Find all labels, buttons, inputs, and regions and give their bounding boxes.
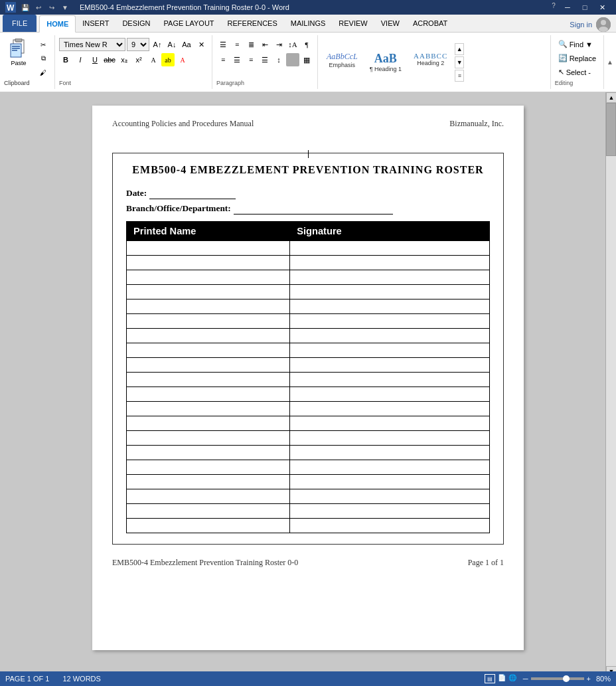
increase-font-button[interactable]: A↑ [151, 38, 164, 51]
paste-button[interactable]: Paste [4, 38, 33, 67]
underline-button[interactable]: U [88, 53, 102, 66]
name-cell[interactable] [127, 489, 290, 504]
signature-cell[interactable] [290, 285, 490, 300]
signature-cell[interactable] [290, 460, 490, 475]
borders-button[interactable]: ▦ [300, 53, 313, 66]
increase-indent-button[interactable]: ⇥ [272, 38, 285, 51]
name-cell[interactable] [127, 373, 290, 387]
font-family-select[interactable]: Times New R [59, 38, 125, 51]
save-icon[interactable]: 💾 [20, 2, 31, 13]
text-effects-button[interactable]: A [147, 53, 160, 66]
bullets-button[interactable]: ☰ [216, 38, 230, 51]
name-cell[interactable] [127, 402, 290, 416]
undo-icon[interactable]: ↩ [33, 2, 44, 13]
style-emphasis[interactable]: AaBbCcL Emphasis [322, 50, 362, 74]
name-cell[interactable] [127, 431, 290, 446]
numbering-button[interactable]: ≡ [230, 38, 244, 51]
signature-cell[interactable] [290, 256, 490, 270]
close-button[interactable]: ✕ [593, 0, 611, 15]
name-cell[interactable] [127, 519, 290, 533]
styles-scroll-down-button[interactable]: ▼ [455, 56, 464, 68]
signature-cell[interactable] [290, 446, 490, 460]
tab-acrobat[interactable]: ACROBAT [406, 15, 454, 32]
name-cell[interactable] [127, 300, 290, 314]
name-cell[interactable] [127, 256, 290, 270]
date-underline[interactable] [149, 188, 236, 199]
signature-cell[interactable] [290, 489, 490, 504]
minimize-button[interactable]: ─ [559, 0, 576, 15]
name-cell[interactable] [127, 387, 290, 402]
customize-icon[interactable]: ▼ [60, 2, 70, 13]
tab-insert[interactable]: INSERT [76, 15, 116, 32]
branch-underline[interactable] [234, 203, 393, 214]
highlight-button[interactable]: ab [161, 53, 175, 66]
name-cell[interactable] [127, 270, 290, 285]
signature-cell[interactable] [290, 241, 490, 256]
zoom-in-button[interactable]: + [587, 675, 591, 683]
tab-page-layout[interactable]: PAGE LAYOUT [157, 15, 221, 32]
tab-view[interactable]: VIEW [374, 15, 406, 32]
tab-mailings[interactable]: MAILINGS [284, 15, 333, 32]
copy-button[interactable]: ⧉ [36, 52, 50, 65]
help-icon[interactable]: ? [548, 0, 559, 11]
name-cell[interactable] [127, 314, 290, 329]
redo-icon[interactable]: ↪ [46, 2, 57, 13]
superscript-button[interactable]: x² [132, 53, 145, 66]
signature-cell[interactable] [290, 314, 490, 329]
select-button[interactable]: ↖ Select - [555, 66, 599, 78]
tab-review[interactable]: REVIEW [332, 15, 374, 32]
subscript-button[interactable]: x₂ [117, 53, 131, 66]
sort-button[interactable]: ↕A [286, 38, 299, 51]
align-right-button[interactable]: ≡ [244, 53, 258, 66]
strikethrough-button[interactable]: abc [103, 53, 116, 66]
bold-button[interactable]: B [59, 53, 72, 66]
web-layout-icon[interactable]: 🌐 [508, 674, 516, 683]
signature-cell[interactable] [290, 475, 490, 489]
font-color-button[interactable]: A [176, 53, 189, 66]
signature-cell[interactable] [290, 416, 490, 431]
name-cell[interactable] [127, 460, 290, 475]
styles-expand-button[interactable]: ≡ [455, 70, 464, 82]
signature-cell[interactable] [290, 358, 490, 373]
signature-cell[interactable] [290, 343, 490, 358]
name-cell[interactable] [127, 416, 290, 431]
signature-cell[interactable] [290, 387, 490, 402]
decrease-indent-button[interactable]: ⇤ [258, 38, 271, 51]
signature-cell[interactable] [290, 431, 490, 446]
show-hide-button[interactable]: ¶ [300, 38, 313, 51]
tab-home[interactable]: HOME [39, 15, 76, 33]
name-cell[interactable] [127, 504, 290, 519]
clear-formatting-button[interactable]: ✕ [194, 38, 208, 51]
decrease-font-button[interactable]: A↓ [165, 38, 179, 51]
format-painter-button[interactable]: 🖌 [36, 66, 50, 79]
cut-button[interactable]: ✂ [36, 38, 50, 51]
justify-button[interactable]: ☰ [258, 53, 271, 66]
collapse-ribbon-button[interactable]: ▲ [605, 58, 615, 67]
name-cell[interactable] [127, 343, 290, 358]
name-cell[interactable] [127, 329, 290, 343]
scroll-track[interactable] [606, 103, 616, 666]
italic-button[interactable]: I [74, 53, 87, 66]
name-cell[interactable] [127, 358, 290, 373]
styles-scroll-up-button[interactable]: ▲ [455, 43, 464, 55]
signature-cell[interactable] [290, 270, 490, 285]
name-cell[interactable] [127, 241, 290, 256]
line-spacing-button[interactable]: ↕ [272, 53, 285, 66]
signature-cell[interactable] [290, 373, 490, 387]
tab-design[interactable]: DESIGN [116, 15, 157, 32]
change-case-button[interactable]: Aa [180, 38, 193, 51]
name-cell[interactable] [127, 475, 290, 489]
find-button[interactable]: 🔍 Find ▼ [555, 38, 599, 50]
name-cell[interactable] [127, 446, 290, 460]
multilevel-list-button[interactable]: ≣ [244, 38, 258, 51]
align-center-button[interactable]: ☰ [230, 53, 244, 66]
shading-button[interactable] [286, 53, 299, 66]
zoom-control[interactable]: ─ + 80% [523, 675, 611, 683]
sign-in-link[interactable]: Sign in [570, 21, 592, 29]
read-mode-icon[interactable]: 📄 [498, 674, 506, 683]
zoom-out-button[interactable]: ─ [523, 675, 528, 683]
signature-cell[interactable] [290, 402, 490, 416]
signature-cell[interactable] [290, 329, 490, 343]
tab-references[interactable]: REFERENCES [221, 15, 284, 32]
vertical-scrollbar[interactable]: ▲ ▼ [605, 92, 616, 677]
